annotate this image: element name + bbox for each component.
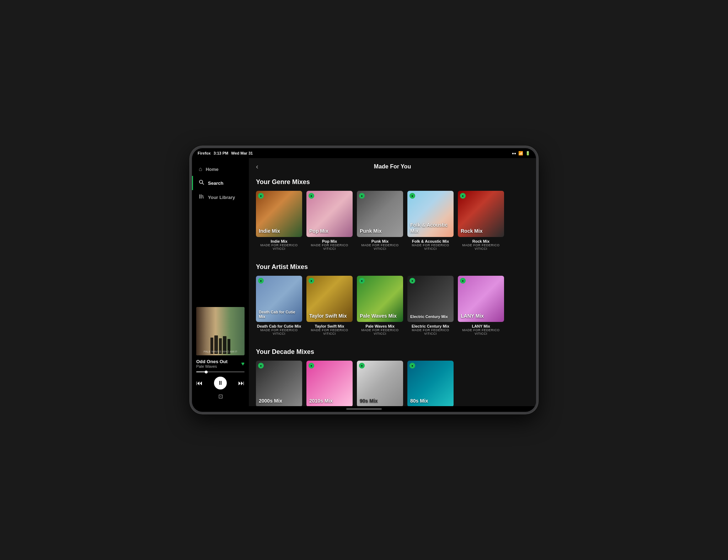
- ts-card-title: Taylor Swift Mix: [306, 324, 353, 328]
- status-right: ●● 📶 🔋: [512, 151, 530, 156]
- card-2000s-mix[interactable]: ● 2000s Mix 2000s Mix MADE FOR FEDERICO …: [256, 361, 302, 406]
- spotify-badge-80s: ●: [410, 363, 415, 368]
- card-90s-mix[interactable]: ● 90s Mix 90s Mix MADE FOR FEDERICO VITI…: [357, 361, 403, 406]
- home-icon: ⌂: [199, 166, 202, 172]
- sidebar-item-library[interactable]: Your Library: [192, 190, 249, 204]
- indie-card-sub: MADE FOR FEDERICO VITICCI: [256, 243, 302, 251]
- track-text: Odd Ones Out Pale Waves: [196, 359, 228, 368]
- card-image-ts: ● Taylor Swift Mix: [306, 276, 353, 322]
- spotify-badge-pw: ●: [359, 278, 365, 284]
- main-content[interactable]: ‹ Made For You Your Genre Mixes ● Indie …: [249, 158, 536, 406]
- album-art[interactable]: PALE WAVES WHO AM I?: [196, 307, 245, 355]
- card-80s-mix[interactable]: ● 80s Mix 80s Mix MADE FOR FEDERICO VITI…: [407, 361, 454, 406]
- genre-mixes-section: Your Genre Mixes ● Indie Mix Indie Mix M…: [249, 175, 536, 260]
- pop-card-title: Pop Mix: [306, 239, 353, 243]
- album-text-overlay: PALE WAVES WHO AM I?: [198, 350, 242, 353]
- lany-label-bar: LANY Mix: [458, 318, 504, 322]
- card-image-pop: ● Pop Mix: [306, 191, 353, 237]
- browser-label: Firefox: [198, 151, 211, 155]
- 2000s-label-bar: 2000s Mix: [256, 403, 302, 406]
- ts-card-sub: MADE FOR FEDERICO VITICCI: [306, 328, 353, 335]
- pw-card-sub: MADE FOR FEDERICO VITICCI: [357, 328, 403, 335]
- card-ts-mix[interactable]: ● Taylor Swift Mix Taylor Swift Mix MADE…: [306, 276, 353, 335]
- card-image-2000s: ● 2000s Mix: [256, 361, 302, 406]
- card-ec-mix[interactable]: ● Electric Century Mix Electric Century …: [407, 276, 454, 335]
- rock-card-title: Rock Mix: [458, 239, 504, 243]
- decade-mixes-section: Your Decade Mixes ● 2000s Mix 2000s Mix …: [249, 345, 536, 406]
- spotify-badge-2010s: ●: [309, 363, 314, 368]
- card-image-rock: ● Rock Mix: [458, 191, 504, 237]
- 80s-label-bar: 80s Mix: [407, 403, 454, 406]
- sidebar-item-search[interactable]: Search: [192, 176, 249, 190]
- album-band-figures: [196, 317, 245, 355]
- home-indicator: [192, 406, 536, 412]
- skip-forward-button[interactable]: ⏭: [238, 379, 245, 387]
- wifi-icon: 📶: [518, 151, 523, 156]
- punk-card-sub: MADE FOR FEDERICO VITICCI: [357, 243, 403, 251]
- date-label: Wed Mar 31: [231, 151, 253, 155]
- pw-card-label: Pale Waves Mix: [360, 313, 397, 319]
- pop-card-label: Pop Mix: [309, 228, 328, 234]
- card-pop-mix[interactable]: ● Pop Mix Pop Mix MADE FOR FEDERICO VITI…: [306, 191, 353, 251]
- track-artist: Pale Waves: [196, 364, 228, 368]
- card-indie-mix[interactable]: ● Indie Mix Indie Mix MADE FOR FEDERICO …: [256, 191, 302, 251]
- skip-back-button[interactable]: ⏮: [196, 379, 203, 387]
- sidebar: ⌂ Home Search: [192, 158, 249, 406]
- spotify-badge-rock: ●: [460, 193, 466, 199]
- pw-label-bar: Pale Waves Mix: [357, 318, 403, 322]
- dcfc-label-bar: Death Cab for Cutie Mix: [256, 318, 302, 322]
- indie-card-label: Indie Mix: [259, 228, 280, 234]
- back-button[interactable]: ‹: [256, 162, 258, 171]
- decade-cards-row: ● 2000s Mix 2000s Mix MADE FOR FEDERICO …: [256, 361, 529, 406]
- card-2010s-mix[interactable]: ● 2010s Mix 2010s Mix MADE FOR FEDERICO …: [306, 361, 353, 406]
- spotify-badge-indie: ●: [258, 193, 264, 199]
- card-punk-mix[interactable]: ● Punk Mix Punk Mix MADE FOR FEDERICO VI…: [357, 191, 403, 251]
- ipad-frame: Firefox 3:13 PM Wed Mar 31 ●● 📶 🔋 ⌂ Home: [190, 146, 538, 414]
- ec-card-label: Electric Century Mix: [410, 314, 448, 319]
- progress-bar[interactable]: [196, 371, 245, 372]
- decade-mixes-title: Your Decade Mixes: [256, 345, 529, 356]
- lany-card-sub: MADE FOR FEDERICO VITICCI: [458, 328, 504, 335]
- airplay-icon[interactable]: ⊡: [218, 393, 223, 400]
- now-playing: PALE WAVES WHO AM I? Odd Ones Out Pale W…: [192, 303, 249, 406]
- spotify-badge-90s: ●: [359, 363, 365, 368]
- spotify-badge-2000s: ●: [258, 363, 264, 368]
- ec-card-sub: MADE FOR FEDERICO VITICCI: [407, 328, 454, 335]
- 2010s-label-bar: 2010s Mix: [306, 403, 353, 406]
- top-bar: ‹ Made For You: [249, 158, 536, 175]
- dcfc-card-label: Death Cab for Cutie Mix: [259, 310, 302, 319]
- card-pw-mix[interactable]: ● Pale Waves Mix Pale Waves Mix MADE FOR…: [357, 276, 403, 335]
- like-button[interactable]: ♥: [241, 361, 245, 367]
- lany-card-label: LANY Mix: [461, 313, 484, 319]
- card-dcfc-mix[interactable]: ● Death Cab for Cutie Mix Death Cab for …: [256, 276, 302, 335]
- card-folk-mix[interactable]: ● Folk & Acoustic Mix Folk & Acoustic Mi…: [407, 191, 454, 251]
- home-label: Home: [206, 167, 219, 172]
- indie-label-bar: Indie Mix: [256, 233, 302, 237]
- folk-card-label: Folk & Acoustic Mix: [410, 222, 454, 234]
- 90s-card-label: 90s Mix: [360, 398, 378, 404]
- spotify-badge-ts: ●: [309, 278, 314, 284]
- card-lany-mix[interactable]: ● LANY Mix LANY Mix MADE FOR FEDERICO VI…: [458, 276, 504, 335]
- 2010s-card-label: 2010s Mix: [309, 398, 333, 404]
- pause-button[interactable]: ⏸: [214, 377, 227, 389]
- svg-line-1: [202, 183, 204, 184]
- card-rock-mix[interactable]: ● Rock Mix Rock Mix MADE FOR FEDERICO VI…: [458, 191, 504, 251]
- rock-card-label: Rock Mix: [461, 228, 482, 234]
- track-title: Odd Ones Out: [196, 359, 228, 364]
- spotify-badge-dcfc: ●: [258, 278, 264, 284]
- artist-mixes-title: Your Artist Mixes: [256, 260, 529, 271]
- punk-card-title: Punk Mix: [357, 239, 403, 243]
- artist-cards-row: ● Death Cab for Cutie Mix Death Cab for …: [256, 276, 529, 338]
- pop-label-bar: Pop Mix: [306, 233, 353, 237]
- card-image-folk: ● Folk & Acoustic Mix: [407, 191, 454, 237]
- card-image-2010s: ● 2010s Mix: [306, 361, 353, 406]
- 2000s-card-label: 2000s Mix: [259, 398, 282, 404]
- folk-card-title: Folk & Acoustic Mix: [407, 239, 454, 243]
- sidebar-item-home[interactable]: ⌂ Home: [192, 162, 249, 176]
- library-icon: [199, 194, 204, 201]
- status-left: Firefox 3:13 PM Wed Mar 31: [198, 151, 253, 155]
- spotify-badge-lany: ●: [460, 278, 466, 284]
- svg-rect-3: [201, 194, 202, 199]
- card-image-indie: ● Indie Mix: [256, 191, 302, 237]
- indie-card-title: Indie Mix: [256, 239, 302, 243]
